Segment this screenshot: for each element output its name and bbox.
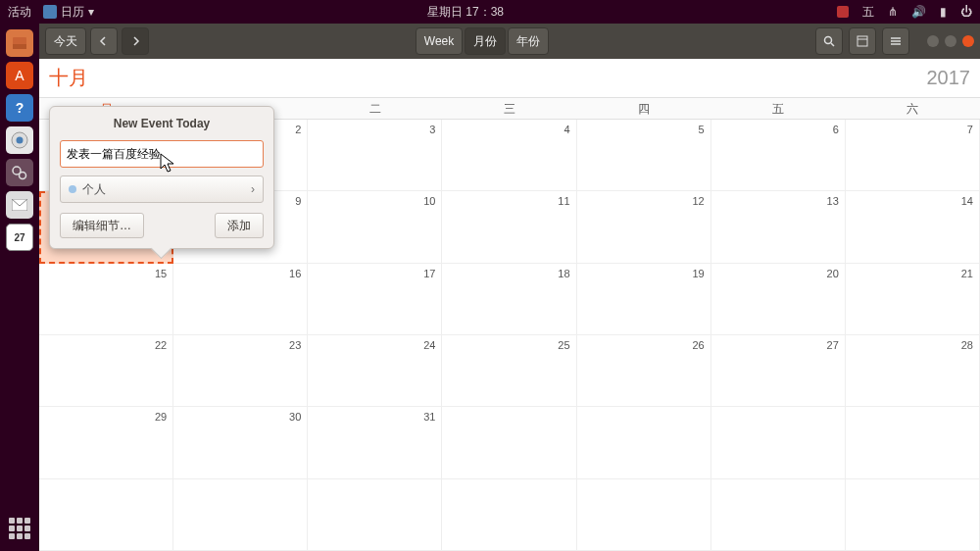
chevron-right-icon: › bbox=[251, 182, 255, 196]
hamburger-icon bbox=[890, 36, 902, 46]
day-cell[interactable]: 24 bbox=[308, 335, 442, 407]
day-cell[interactable]: 4 bbox=[442, 120, 576, 191]
day-number: 11 bbox=[558, 195, 569, 207]
day-cell[interactable]: 25 bbox=[442, 335, 576, 407]
calendars-button[interactable] bbox=[849, 27, 876, 55]
day-cell[interactable]: 17 bbox=[308, 264, 442, 335]
view-year-button[interactable]: 年份 bbox=[508, 27, 549, 55]
svg-rect-9 bbox=[858, 36, 867, 46]
chevron-left-icon bbox=[99, 36, 109, 46]
day-cell[interactable] bbox=[39, 479, 173, 551]
day-number: 9 bbox=[295, 195, 301, 207]
day-cell[interactable]: 21 bbox=[846, 264, 980, 335]
files-launcher[interactable] bbox=[6, 29, 33, 57]
gears-icon bbox=[11, 164, 28, 181]
view-month-button[interactable]: 月份 bbox=[465, 27, 506, 55]
day-number: 25 bbox=[558, 339, 569, 351]
window-maximize[interactable] bbox=[945, 35, 956, 47]
day-cell[interactable] bbox=[442, 407, 576, 478]
day-cell[interactable]: 15 bbox=[39, 264, 173, 335]
chrome-icon bbox=[11, 131, 28, 149]
day-cell[interactable] bbox=[577, 407, 711, 478]
day-cell[interactable] bbox=[846, 407, 980, 478]
dow-cell: 三 bbox=[442, 98, 576, 120]
calendar-launcher[interactable]: 27 bbox=[6, 224, 33, 251]
day-cell[interactable] bbox=[711, 479, 846, 551]
add-button[interactable]: 添加 bbox=[215, 213, 264, 238]
chrome-launcher[interactable] bbox=[6, 126, 33, 154]
app-menu[interactable]: 日历 ▾ bbox=[43, 4, 94, 21]
app-toolbar: 今天 Week 月份 年份 bbox=[39, 24, 980, 59]
day-cell[interactable] bbox=[173, 479, 308, 551]
calendar-select-label: 个人 bbox=[82, 181, 106, 198]
window-close[interactable] bbox=[962, 35, 974, 47]
settings-launcher[interactable] bbox=[6, 159, 33, 186]
svg-line-8 bbox=[831, 43, 834, 46]
day-cell[interactable]: 11 bbox=[442, 191, 576, 263]
search-button[interactable] bbox=[815, 27, 843, 55]
day-cell[interactable] bbox=[711, 407, 846, 478]
day-cell[interactable]: 27 bbox=[711, 335, 846, 407]
day-cell[interactable]: 19 bbox=[577, 264, 711, 335]
day-number: 12 bbox=[692, 195, 704, 207]
dow-cell: 五 bbox=[711, 98, 846, 120]
day-number: 13 bbox=[827, 195, 839, 207]
clock[interactable]: 星期日 17：38 bbox=[94, 4, 837, 21]
search-icon bbox=[823, 35, 835, 47]
volume-icon[interactable]: 🔊 bbox=[911, 5, 926, 19]
next-button[interactable] bbox=[122, 27, 149, 55]
day-cell[interactable]: 23 bbox=[173, 335, 308, 407]
day-cell[interactable]: 22 bbox=[39, 335, 173, 407]
day-cell[interactable]: 31 bbox=[308, 407, 442, 478]
day-cell[interactable]: 14 bbox=[846, 191, 980, 263]
mail-launcher[interactable] bbox=[6, 191, 33, 219]
new-event-popover: New Event Today 个人 › 编辑细节… 添加 bbox=[49, 106, 274, 249]
day-cell[interactable]: 16 bbox=[173, 264, 308, 335]
calendar-select[interactable]: 个人 › bbox=[60, 175, 264, 203]
day-cell[interactable]: 26 bbox=[577, 335, 711, 407]
help-launcher[interactable]: ? bbox=[6, 94, 33, 122]
menu-button[interactable] bbox=[882, 27, 909, 55]
power-icon[interactable]: ⏻ bbox=[960, 5, 972, 19]
edit-details-button[interactable]: 编辑细节… bbox=[60, 213, 144, 238]
day-cell[interactable]: 12 bbox=[577, 191, 711, 263]
gnome-topbar: 活动 日历 ▾ 星期日 17：38 五 ⋔ 🔊 ▮ ⏻ bbox=[0, 0, 980, 24]
day-number: 24 bbox=[423, 339, 435, 351]
event-title-input[interactable] bbox=[60, 140, 264, 168]
today-button[interactable]: 今天 bbox=[45, 27, 86, 55]
day-cell[interactable]: 6 bbox=[711, 120, 846, 191]
day-cell[interactable]: 13 bbox=[711, 191, 846, 263]
day-cell[interactable] bbox=[442, 479, 576, 551]
day-cell[interactable]: 30 bbox=[173, 407, 308, 478]
day-number: 31 bbox=[423, 411, 435, 423]
year-label: 2017 bbox=[927, 67, 971, 89]
day-cell[interactable]: 20 bbox=[711, 264, 846, 335]
day-cell[interactable]: 28 bbox=[846, 335, 980, 407]
day-cell[interactable]: 3 bbox=[308, 120, 442, 191]
day-cell[interactable]: 10 bbox=[308, 191, 442, 263]
day-number: 22 bbox=[155, 339, 167, 351]
show-apps-button[interactable] bbox=[9, 518, 30, 539]
day-cell[interactable] bbox=[846, 479, 980, 551]
day-number: 18 bbox=[558, 268, 569, 279]
dow-cell: 二 bbox=[308, 98, 442, 120]
day-cell[interactable] bbox=[577, 479, 711, 551]
view-week-button[interactable]: Week bbox=[416, 27, 463, 55]
notification-indicator-icon[interactable] bbox=[837, 6, 849, 18]
drawer-icon bbox=[12, 36, 27, 50]
battery-icon[interactable]: ▮ bbox=[940, 5, 947, 19]
day-number: 14 bbox=[961, 195, 973, 207]
day-number: 26 bbox=[692, 339, 704, 351]
day-cell[interactable]: 7 bbox=[846, 120, 980, 191]
activities-button[interactable]: 活动 bbox=[8, 4, 31, 21]
network-icon[interactable]: ⋔ bbox=[888, 5, 898, 19]
software-launcher[interactable]: A bbox=[6, 62, 33, 89]
day-cell[interactable]: 5 bbox=[577, 120, 711, 191]
day-number: 28 bbox=[961, 339, 973, 351]
input-method-indicator[interactable]: 五 bbox=[862, 4, 874, 21]
day-cell[interactable]: 18 bbox=[442, 264, 576, 335]
day-cell[interactable] bbox=[308, 479, 442, 551]
prev-button[interactable] bbox=[90, 27, 118, 55]
day-cell[interactable]: 29 bbox=[39, 407, 173, 478]
window-minimize[interactable] bbox=[927, 35, 939, 47]
